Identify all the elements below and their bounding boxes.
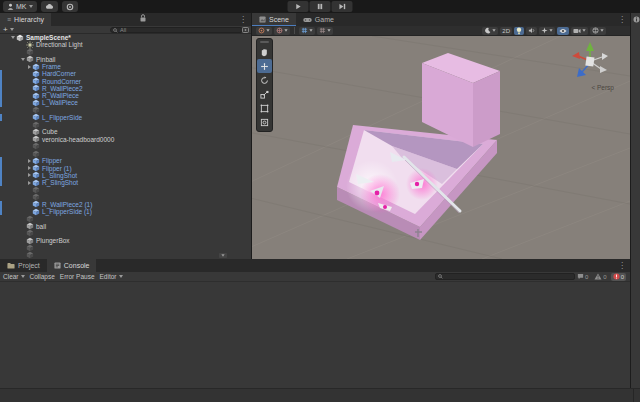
cloud-button[interactable]: [41, 1, 58, 12]
info-filter-toggle[interactable]: 0: [575, 273, 590, 281]
override-bar: [0, 179, 2, 186]
search-icon: [438, 274, 443, 279]
hierarchy-search-input[interactable]: All: [110, 27, 243, 33]
info-count: 0: [585, 274, 588, 280]
play-button[interactable]: [288, 1, 309, 12]
warning-count: 0: [603, 274, 606, 280]
hierarchy-row-label: R_SlingShot: [42, 179, 78, 186]
tools-overlay: [256, 38, 273, 132]
clear-button[interactable]: Clear: [3, 273, 25, 280]
error-pause-label: Error Pause: [60, 273, 95, 280]
hierarchy-row-label: R_WallPiece: [42, 92, 79, 99]
console-log-area[interactable]: [0, 282, 630, 388]
transform-tool-button[interactable]: [257, 115, 272, 129]
unity-editor-window: MK: [0, 0, 640, 402]
scene-tabbar: Scene Game ⋮: [252, 13, 630, 26]
hierarchy-menu-icon[interactable]: ⋮: [235, 13, 251, 26]
grid-snap-dropdown[interactable]: [299, 27, 315, 35]
error-count: 0: [621, 274, 624, 280]
hierarchy-row[interactable]: [0, 230, 251, 237]
hierarchy-row-label: ball: [36, 223, 46, 230]
lightbulb-icon: [516, 27, 522, 35]
orientation-dropdown[interactable]: [274, 27, 290, 35]
hierarchy-row[interactable]: PlungerBox: [0, 237, 251, 244]
tab-inspector[interactable]: In: [631, 13, 640, 26]
step-button[interactable]: [332, 1, 353, 12]
hierarchy-row-label: L_FlipperSide (1): [42, 208, 92, 215]
gear-icon: [66, 3, 74, 11]
add-object-button[interactable]: +: [3, 26, 14, 33]
scene-picker-icon[interactable]: [242, 27, 249, 33]
hierarchy-row[interactable]: [0, 49, 251, 56]
account-dropdown[interactable]: MK: [3, 1, 37, 12]
console-icon: [54, 262, 61, 269]
scene-view-icon: [259, 16, 266, 23]
warning-filter-toggle[interactable]: 0: [592, 273, 608, 281]
console-menu-icon[interactable]: ⋮: [614, 259, 630, 272]
services-button[interactable]: [62, 1, 78, 12]
folder-icon: [7, 262, 15, 269]
editor-dropdown[interactable]: Editor: [100, 273, 123, 280]
rotate-tool-button[interactable]: [257, 73, 272, 87]
hierarchy-row[interactable]: Directional Light: [0, 41, 251, 48]
pivot-mode-dropdown[interactable]: [256, 27, 272, 35]
2d-toggle[interactable]: 2D: [500, 27, 512, 35]
move-tool-button[interactable]: [257, 59, 272, 73]
hierarchy-row-label: R_WallPiece2 (1): [42, 201, 92, 208]
hierarchy-row[interactable]: SampleScene*: [0, 34, 251, 41]
hierarchy-row[interactable]: [0, 215, 251, 222]
move-icon: [260, 62, 269, 71]
hierarchy-toolbar: + All: [0, 26, 251, 34]
error-filter-toggle[interactable]: 0: [611, 273, 626, 281]
info-icon: [577, 273, 584, 280]
override-bar: [0, 92, 2, 99]
hierarchy-row-label: L_FlipperSide: [42, 114, 82, 121]
lighting-toggle[interactable]: [514, 27, 524, 35]
pause-button[interactable]: [310, 1, 331, 12]
console-search-input[interactable]: [435, 273, 575, 280]
scene-menu-icon[interactable]: ⋮: [614, 13, 630, 26]
hierarchy-row-label: RoundCorner: [42, 78, 81, 85]
tab-game[interactable]: Game: [296, 13, 341, 26]
transform-icon: [260, 118, 269, 127]
scene-visibility-toggle[interactable]: [557, 27, 569, 35]
editor-label: Editor: [100, 273, 117, 280]
search-filter-label: All: [120, 27, 126, 33]
2d-label: 2D: [502, 28, 510, 34]
audio-toggle[interactable]: [526, 27, 537, 35]
hierarchy-tabbar: ≡ Hierarchy ⋮: [0, 13, 251, 26]
gizmos-dropdown[interactable]: [590, 27, 606, 35]
rect-tool-button[interactable]: [257, 101, 272, 115]
hierarchy-row[interactable]: [0, 244, 251, 251]
lock-icon[interactable]: [139, 13, 147, 26]
effects-dropdown[interactable]: [539, 27, 555, 35]
scale-tool-button[interactable]: [257, 87, 272, 101]
collapse-button[interactable]: Collapse: [30, 273, 55, 280]
tab-scene-label: Scene: [269, 16, 289, 23]
overlay-drag-handle[interactable]: [260, 41, 269, 43]
render-mode-dropdown[interactable]: [482, 27, 498, 35]
snap-increment-dropdown[interactable]: [317, 27, 333, 35]
view-tool-button[interactable]: [257, 45, 272, 59]
warning-icon: [594, 273, 602, 280]
inspector-icon: [633, 16, 640, 23]
override-bar: [0, 208, 2, 215]
perspective-label[interactable]: < Persp: [591, 84, 614, 91]
tab-console[interactable]: Console: [47, 259, 97, 272]
main-toolbar: MK: [0, 0, 640, 13]
hierarchy-row[interactable]: ball: [0, 223, 251, 230]
hierarchy-footer-caret[interactable]: [219, 253, 227, 258]
scene-panel: Scene Game ⋮: [252, 13, 630, 259]
hierarchy-row[interactable]: [0, 252, 251, 259]
tab-scene[interactable]: Scene: [252, 13, 296, 26]
error-pause-button[interactable]: Error Pause: [60, 273, 95, 280]
camera-settings-dropdown[interactable]: [571, 27, 588, 35]
hierarchy-row[interactable]: L_FlipperSide (1): [0, 208, 251, 215]
tab-project[interactable]: Project: [0, 259, 47, 272]
sparkle-icon: [541, 27, 548, 34]
tab-game-label: Game: [315, 16, 334, 23]
toolbar-separator: [294, 27, 295, 34]
speaker-icon: [528, 27, 535, 34]
tab-console-label: Console: [64, 262, 90, 269]
scene-viewport[interactable]: < Persp: [252, 36, 630, 259]
